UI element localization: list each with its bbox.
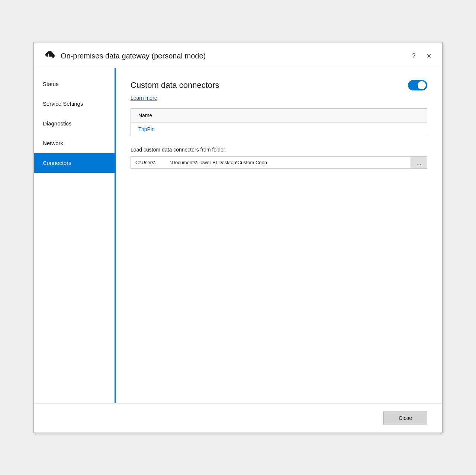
title-bar-controls: ? ✕ — [408, 50, 435, 62]
sidebar-item-service-settings[interactable]: Service Settings — [34, 94, 115, 114]
content-area: Status Service Settings Diagnostics Netw… — [34, 68, 442, 403]
folder-input-row: ... — [131, 156, 427, 169]
cloud-upload-icon — [41, 48, 56, 63]
close-button[interactable]: Close — [383, 411, 427, 425]
section-header: Custom data connectors — [131, 80, 427, 90]
title-bar: On-premises data gateway (personal mode)… — [34, 42, 442, 68]
window-close-button[interactable]: ✕ — [423, 50, 435, 62]
sidebar-item-status[interactable]: Status — [34, 74, 115, 94]
connectors-table: Name TripPin — [131, 108, 427, 136]
sidebar-item-connectors[interactable]: Connectors — [34, 153, 115, 173]
bottom-bar: Close — [34, 403, 442, 433]
folder-path-input[interactable] — [131, 156, 411, 169]
help-button[interactable]: ? — [408, 50, 420, 62]
title-bar-left: On-premises data gateway (personal mode) — [41, 48, 206, 63]
sidebar-item-network[interactable]: Network — [34, 133, 115, 153]
sidebar-item-diagnostics[interactable]: Diagnostics — [34, 114, 115, 133]
sidebar: Status Service Settings Diagnostics Netw… — [34, 68, 116, 403]
window-title: On-premises data gateway (personal mode) — [61, 52, 206, 60]
learn-more-link[interactable]: Learn more — [131, 95, 427, 101]
enable-toggle[interactable] — [408, 80, 427, 90]
toggle-slider — [408, 80, 427, 90]
folder-label: Load custom data connectors from folder: — [131, 147, 427, 153]
app-window: On-premises data gateway (personal mode)… — [33, 42, 443, 433]
browse-folder-button[interactable]: ... — [411, 156, 427, 169]
section-title: Custom data connectors — [131, 80, 219, 90]
table-row[interactable]: TripPin — [131, 122, 427, 136]
main-panel: Custom data connectors Learn more Name T… — [116, 68, 442, 403]
table-header: Name — [131, 109, 427, 122]
